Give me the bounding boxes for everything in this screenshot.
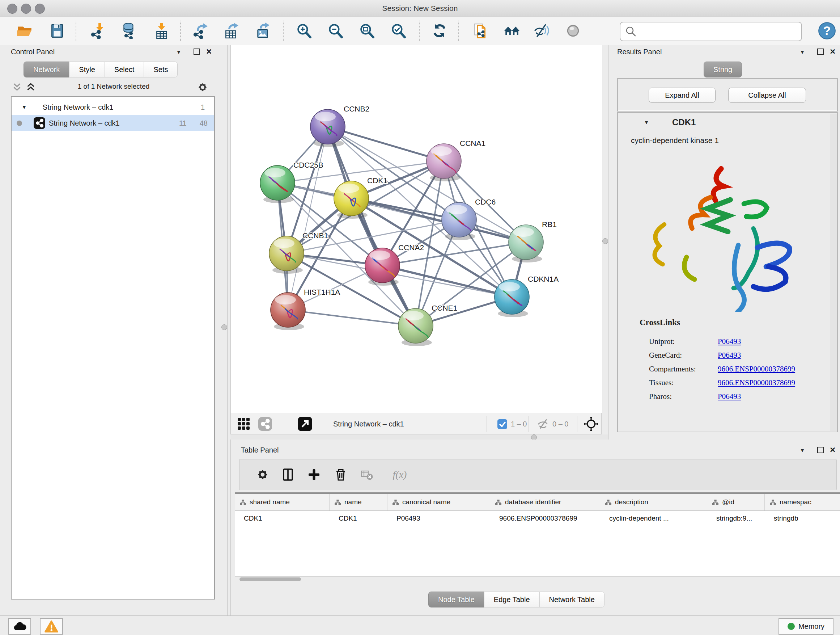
search-input[interactable] xyxy=(640,27,801,36)
control-panel-maximize-button[interactable] xyxy=(194,49,200,55)
refresh-layout-button[interactable] xyxy=(429,20,450,42)
column-header-canonical-name[interactable]: canonical name xyxy=(387,494,490,510)
network-node-CDK1[interactable]: CDK1 xyxy=(334,176,387,219)
network-collection-row[interactable]: ▼ String Network – cdk1 1 xyxy=(11,99,214,115)
control-panel-float-button[interactable]: ▼ xyxy=(176,49,181,55)
hidden-elements-indicator[interactable]: 0 – 0 xyxy=(537,413,568,435)
birdseye-view-button[interactable] xyxy=(237,413,250,435)
network-canvas[interactable]: CCNB2CCNA1CDC25BCDK1CDC6RB1CCNB1CCNA2CDK… xyxy=(231,45,602,413)
import-table-button[interactable] xyxy=(151,20,172,42)
left-splitter-handle[interactable] xyxy=(221,325,227,330)
tab-network[interactable]: Network xyxy=(24,62,69,78)
fit-selection-button[interactable] xyxy=(584,413,599,435)
collection-caret-icon[interactable]: ▼ xyxy=(22,104,27,110)
table-row[interactable]: CDK1CDK1P064939606.ENSP00000378699cyclin… xyxy=(235,511,840,526)
results-panel-close-button[interactable]: × xyxy=(830,48,835,55)
tab-sets[interactable]: Sets xyxy=(144,62,178,78)
zoom-fit-button[interactable] xyxy=(356,20,378,42)
network-badge-button[interactable] xyxy=(258,413,272,435)
function-builder-button[interactable]: f(x) xyxy=(384,464,416,485)
footer-divider xyxy=(529,416,529,432)
table-cell[interactable]: stringdb xyxy=(765,511,840,526)
zoom-selected-button[interactable] xyxy=(387,20,409,42)
zoom-out-button[interactable] xyxy=(325,20,346,42)
network-node-CDKN1A[interactable]: CDKN1A xyxy=(494,275,559,317)
tab-string[interactable]: String xyxy=(704,62,742,78)
table-panel-maximize-button[interactable] xyxy=(817,447,824,453)
hide-details-button[interactable] xyxy=(531,20,553,42)
show-details-button[interactable] xyxy=(562,20,584,42)
crosslink-link[interactable]: P06493 xyxy=(718,337,741,346)
network-node-CCNB1[interactable]: CCNB1 xyxy=(269,231,328,274)
memory-button[interactable]: Memory xyxy=(778,618,834,635)
protein-collapse-caret[interactable]: ▼ xyxy=(644,119,649,125)
export-network-button[interactable] xyxy=(190,20,212,42)
save-session-button[interactable] xyxy=(46,20,68,42)
import-network-button[interactable] xyxy=(87,20,109,42)
network-node-CCNB2[interactable]: CCNB2 xyxy=(310,105,369,147)
table-settings-button[interactable] xyxy=(253,464,273,485)
zoom-out-icon xyxy=(327,22,344,39)
create-column-button[interactable] xyxy=(304,464,324,485)
open-in-new-window-button[interactable] xyxy=(298,413,312,435)
delete-table-button[interactable] xyxy=(357,464,377,485)
export-table-button[interactable] xyxy=(221,20,242,42)
collapse-all-button[interactable]: Collapse All xyxy=(728,88,806,103)
network-row-selected[interactable]: String Network – cdk1 11 48 xyxy=(11,115,214,131)
cloud-status-button[interactable] xyxy=(8,618,31,635)
table-horizontal-scrollbar[interactable] xyxy=(235,576,840,582)
column-header-namespac[interactable]: namespac xyxy=(765,494,840,510)
import-network-from-database-button[interactable] xyxy=(118,20,140,42)
network-edge[interactable] xyxy=(328,127,444,161)
table-cell[interactable]: cyclin-dependent ... xyxy=(600,511,707,526)
refresh-icon xyxy=(431,22,448,39)
search-field[interactable] xyxy=(620,22,802,41)
delete-column-button[interactable] xyxy=(331,464,351,485)
table-cell[interactable]: CDK1 xyxy=(330,511,387,526)
table-cell[interactable]: P06493 xyxy=(387,511,490,526)
network-node-RB1[interactable]: RB1 xyxy=(508,220,557,263)
crosslink-link[interactable]: P06493 xyxy=(718,392,741,401)
expand-all-button[interactable]: Expand All xyxy=(649,88,715,103)
help-button[interactable]: ? xyxy=(816,20,838,42)
table-panel-float-button[interactable]: ▼ xyxy=(800,448,805,453)
column-header-shared-name[interactable]: shared name xyxy=(235,494,330,510)
network-options-gear-icon[interactable] xyxy=(196,81,209,93)
results-panel-float-button[interactable]: ▼ xyxy=(800,49,805,55)
tab-select[interactable]: Select xyxy=(104,62,144,78)
tab-style[interactable]: Style xyxy=(69,62,104,78)
results-panel-maximize-button[interactable] xyxy=(817,49,824,55)
results-scrollbar[interactable] xyxy=(830,114,836,431)
tab-edge-table[interactable]: Edge Table xyxy=(484,592,540,608)
table-empty-area xyxy=(235,526,840,576)
zoom-in-button[interactable] xyxy=(293,20,315,42)
crosslink-link[interactable]: 9606.ENSP00000378699 xyxy=(718,378,795,387)
network-edge[interactable] xyxy=(382,265,512,297)
nested-networks-button[interactable] xyxy=(501,20,523,42)
crosslink-link[interactable]: 9606.ENSP00000378699 xyxy=(718,364,795,374)
open-session-button[interactable] xyxy=(14,20,35,42)
network-node-CCNA1[interactable]: CCNA1 xyxy=(426,139,485,181)
tab-node-table[interactable]: Node Table xyxy=(428,592,485,608)
table-cell[interactable]: stringdb:9... xyxy=(707,511,765,526)
table-cell[interactable]: 9606.ENSP00000378699 xyxy=(490,511,600,526)
column-header-database-identifier[interactable]: database identifier xyxy=(490,494,600,510)
control-panel-close-button[interactable]: × xyxy=(206,48,212,55)
column-header-@id[interactable]: @id xyxy=(707,494,765,510)
column-header-name[interactable]: name xyxy=(330,494,387,510)
crosslink-row: Tissues:9606.ENSP00000378699 xyxy=(649,378,830,387)
network-node-HIST1H1A[interactable]: HIST1H1A xyxy=(271,288,340,330)
first-neighbors-button[interactable] xyxy=(470,20,492,42)
column-header-description[interactable]: description xyxy=(600,494,707,510)
table-panel-close-button[interactable]: × xyxy=(830,446,835,453)
export-image-button[interactable] xyxy=(252,20,274,42)
crosslink-link[interactable]: P06493 xyxy=(718,351,741,360)
network-edge[interactable] xyxy=(288,310,416,326)
table-cell[interactable]: CDK1 xyxy=(235,511,330,526)
show-columns-button[interactable] xyxy=(278,464,298,485)
scrollbar-thumb[interactable] xyxy=(240,578,301,581)
warning-status-button[interactable] xyxy=(40,618,63,635)
selected-nodes-indicator[interactable]: 1 – 0 xyxy=(497,413,527,435)
right-splitter-handle[interactable] xyxy=(602,238,608,244)
tab-network-table[interactable]: Network Table xyxy=(539,592,605,608)
